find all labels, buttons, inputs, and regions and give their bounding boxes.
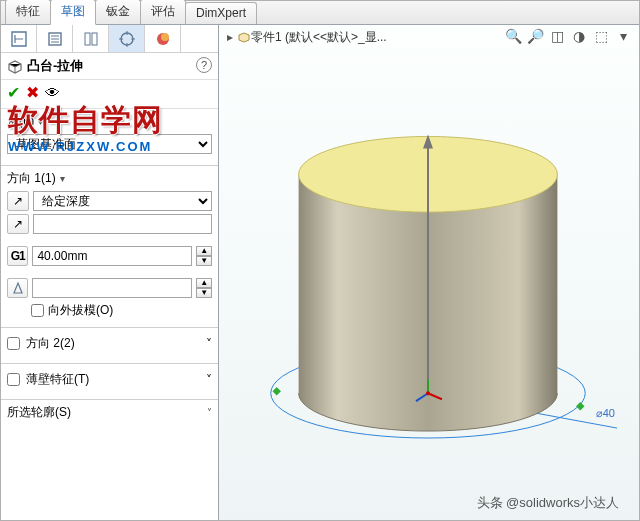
selected-contours-section: 所选轮廓(S)˅: [1, 400, 218, 433]
selected-contours-label: 所选轮廓(S)˅: [7, 404, 212, 421]
tab-evaluate[interactable]: 评估: [140, 0, 186, 24]
draft-outward-label: 向外拔模(O): [48, 302, 113, 319]
svg-rect-2: [92, 33, 97, 45]
graphics-viewport[interactable]: 🔍 🔎 ◫ ◑ ⬚ ▾ ▸ 零件1 (默认<<默认>_显...: [219, 25, 639, 520]
chevron-down-icon[interactable]: ˅: [206, 373, 212, 387]
property-icon[interactable]: [37, 25, 73, 52]
target-icon[interactable]: [109, 25, 145, 52]
tree-icon[interactable]: [1, 25, 37, 52]
tab-sheetmetal[interactable]: 钣金: [95, 0, 141, 24]
feature-title-row: 凸台-拉伸 ?: [1, 53, 218, 80]
extrude-icon: [7, 58, 23, 74]
draft-outward-checkbox[interactable]: [31, 304, 44, 317]
model-scene: [219, 25, 639, 520]
tab-dimxpert[interactable]: DimXpert: [185, 2, 257, 24]
depth-input[interactable]: [32, 246, 192, 266]
credit-text: 头条 @solidworks小达人: [477, 494, 620, 512]
reverse-direction-icon[interactable]: ↗: [7, 191, 29, 211]
help-icon[interactable]: ?: [196, 57, 212, 73]
draft-angle-input[interactable]: [32, 278, 192, 298]
feature-title: 凸台-拉伸: [27, 57, 83, 75]
panel-tab-icons: [1, 25, 218, 53]
config-icon[interactable]: [73, 25, 109, 52]
svg-point-16: [426, 391, 430, 395]
thin-feature-label: 薄壁特征(T): [26, 371, 89, 388]
direction1-label: 方向 1(1)▾: [7, 170, 212, 187]
end-condition-select[interactable]: 给定深度: [33, 191, 212, 211]
appearance-icon[interactable]: [145, 25, 181, 52]
tab-sketch[interactable]: 草图: [50, 0, 96, 25]
direction1-section: 方向 1(1)▾ ↗ 给定深度 ↗ G1 ▲▼: [1, 166, 218, 328]
svg-rect-8: [273, 387, 281, 395]
svg-point-5: [161, 33, 169, 41]
dimension-label[interactable]: ⌀40: [596, 407, 615, 420]
direction-vector-input[interactable]: [33, 214, 212, 234]
svg-rect-9: [576, 402, 584, 410]
svg-rect-1: [85, 33, 90, 45]
tab-feature[interactable]: 特征: [5, 0, 51, 24]
main-tabbar: 特征 草图 钣金 评估 DimXpert: [1, 1, 639, 25]
depth-stepper[interactable]: ▲▼: [196, 246, 212, 266]
draft-stepper[interactable]: ▲▼: [196, 278, 212, 298]
direction-vector-icon[interactable]: ↗: [7, 214, 29, 234]
draft-icon[interactable]: [7, 278, 28, 298]
preview-icon[interactable]: 👁: [45, 84, 60, 101]
direction2-checkbox[interactable]: [7, 337, 20, 350]
chevron-down-icon[interactable]: ˅: [206, 337, 212, 351]
thin-feature-checkbox[interactable]: [7, 373, 20, 386]
depth-icon: G1: [7, 246, 28, 266]
watermark: 软件自学网 WWW.RJZXW.COM: [8, 100, 163, 154]
direction2-section: 方向 2(2) ˅: [1, 328, 218, 364]
direction2-label: 方向 2(2): [26, 335, 75, 352]
thin-feature-section: 薄壁特征(T) ˅: [1, 364, 218, 400]
